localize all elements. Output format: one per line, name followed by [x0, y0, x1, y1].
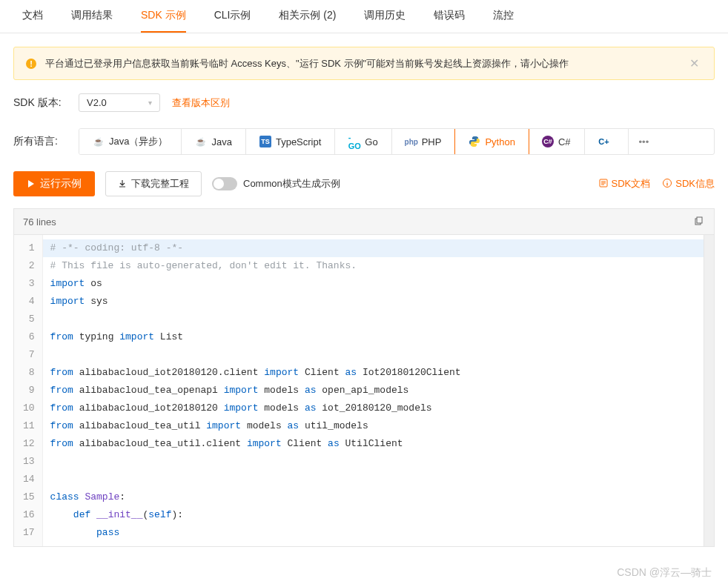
svg-rect-3: [697, 217, 702, 223]
code-line-5[interactable]: [43, 311, 704, 328]
code-editor: 76 lines 1234567891011121314151617 # -*-…: [13, 208, 715, 547]
code-line-7[interactable]: [43, 346, 704, 364]
code-line-11[interactable]: from alibabacloud_tea_util import models…: [43, 417, 704, 435]
csharp-icon: C#: [542, 136, 554, 147]
code-body[interactable]: 1234567891011121314151617 # -*- coding: …: [14, 235, 714, 546]
java-icon: ☕: [93, 136, 105, 147]
sdk-version-label: SDK 版本:: [13, 96, 67, 110]
actions-bar: 运行示例 下载完整工程 Common模式生成示例 SDK文档 SDK信息: [0, 155, 728, 208]
tab-4[interactable]: 相关示例 (2): [279, 0, 336, 33]
download-project-button[interactable]: 下载完整工程: [105, 171, 202, 196]
code-line-6[interactable]: from typing import List: [43, 328, 704, 346]
run-example-button[interactable]: 运行示例: [13, 171, 95, 196]
lang-tab-php[interactable]: phpPHP: [392, 129, 456, 154]
version-diff-link[interactable]: 查看版本区别: [172, 96, 230, 110]
code-line-8[interactable]: from alibabacloud_iot20180120.client imp…: [43, 364, 704, 382]
lang-tab-cpp[interactable]: C+: [585, 129, 629, 154]
code-line-1[interactable]: # -*- coding: utf-8 -*-: [43, 239, 704, 257]
php-icon: php: [406, 136, 417, 147]
python-icon: [469, 136, 480, 147]
tab-6[interactable]: 错误码: [434, 0, 465, 33]
code-line-2[interactable]: # This file is auto-generated, don't edi…: [43, 257, 704, 275]
java-icon: ☕: [195, 136, 207, 147]
code-line-17[interactable]: pass: [43, 524, 704, 542]
code-line-14[interactable]: [43, 471, 704, 488]
lang-tab-more[interactable]: •••: [629, 129, 660, 154]
sdk-doc-link[interactable]: SDK文档: [598, 177, 651, 190]
top-tabs: 文档调用结果SDK 示例CLI示例相关示例 (2)调用历史错误码流控: [0, 0, 728, 33]
code-content[interactable]: # -*- coding: utf-8 -*-# This file is au…: [43, 235, 704, 546]
cpp-icon: C+: [598, 136, 610, 147]
code-line-13[interactable]: [43, 453, 704, 471]
tab-0[interactable]: 文档: [22, 0, 43, 33]
code-line-10[interactable]: from alibabacloud_iot20180120 import mod…: [43, 399, 704, 417]
code-line-9[interactable]: from alibabacloud_tea_openapi import mod…: [43, 382, 704, 399]
code-line-4[interactable]: import sys: [43, 293, 704, 311]
tab-2[interactable]: SDK 示例: [141, 0, 186, 33]
lang-tab-java[interactable]: ☕Java: [182, 129, 245, 154]
sdk-version-select[interactable]: V2.0 ▾: [79, 93, 160, 112]
scrollbar-vertical[interactable]: [704, 235, 714, 546]
warning-icon: !: [26, 59, 36, 69]
close-icon[interactable]: ✕: [686, 56, 702, 70]
book-icon: [598, 178, 609, 190]
code-line-3[interactable]: import os: [43, 275, 704, 293]
tab-3[interactable]: CLI示例: [214, 0, 251, 33]
sdk-info-link[interactable]: SDK信息: [662, 177, 715, 190]
doc-links: SDK文档 SDK信息: [598, 177, 715, 190]
sdk-version-value: V2.0: [87, 97, 107, 108]
lang-tab-go[interactable]: -GOGo: [335, 129, 391, 154]
play-icon: [27, 179, 36, 188]
tab-1[interactable]: 调用结果: [71, 0, 113, 33]
sdk-version-row: SDK 版本: V2.0 ▾ 查看版本区别: [0, 80, 728, 112]
languages-label: 所有语言:: [13, 135, 67, 148]
typescript-icon: TS: [259, 136, 271, 147]
alert-text: 平台通过已登录用户信息获取当前账号临时 Access Keys、"运行 SDK …: [45, 57, 678, 70]
lang-tab-java[interactable]: ☕Java（异步）: [79, 129, 182, 154]
copy-icon[interactable]: [692, 215, 705, 228]
download-icon: [118, 179, 127, 188]
warning-alert: ! 平台通过已登录用户信息获取当前账号临时 Access Keys、"运行 SD…: [13, 47, 715, 80]
common-mode-toggle-wrap: Common模式生成示例: [212, 177, 340, 190]
code-line-12[interactable]: from alibabacloud_tea_util.client import…: [43, 435, 704, 453]
common-mode-toggle[interactable]: [212, 177, 237, 190]
code-header: 76 lines: [14, 209, 714, 235]
line-gutter: 1234567891011121314151617: [14, 235, 43, 546]
lines-count: 76 lines: [23, 216, 56, 228]
lang-tab-cs[interactable]: C#C#: [529, 129, 585, 154]
language-row: 所有语言: ☕Java（异步）☕JavaTSTypeScript-GOGophp…: [0, 112, 728, 155]
info-icon: [662, 178, 672, 190]
language-tabs: ☕Java（异步）☕JavaTSTypeScript-GOGophpPHPPyt…: [79, 128, 715, 155]
code-line-16[interactable]: def __init__(self):: [43, 506, 704, 524]
go-icon: -GO: [348, 136, 360, 147]
tab-7[interactable]: 流控: [493, 0, 514, 33]
tab-5[interactable]: 调用历史: [364, 0, 406, 33]
common-mode-label: Common模式生成示例: [243, 177, 340, 190]
code-line-15[interactable]: class Sample:: [43, 488, 704, 506]
chevron-down-icon: ▾: [148, 99, 152, 107]
lang-tab-ts[interactable]: TSTypeScript: [246, 129, 335, 154]
lang-tab-py[interactable]: Python: [454, 128, 529, 155]
